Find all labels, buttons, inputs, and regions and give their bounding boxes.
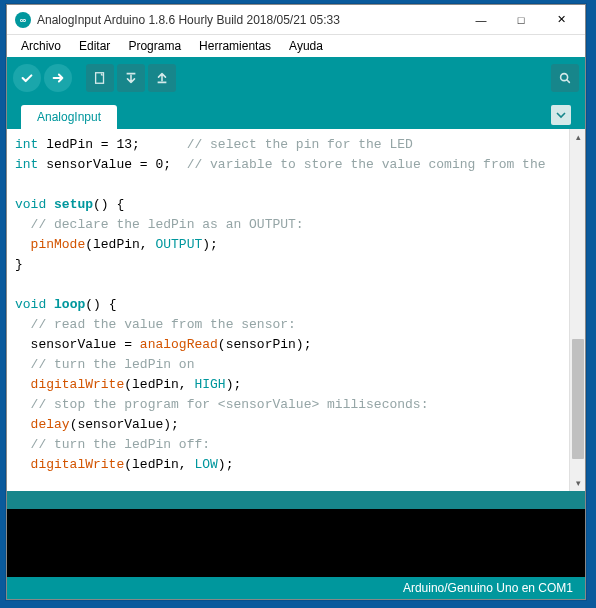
arduino-ide-window: ∞ AnalogInput Arduino 1.8.6 Hourly Build…: [6, 4, 586, 600]
code-editor[interactable]: int ledPin = 13; // select the pin for t…: [7, 129, 569, 491]
menubar: Archivo Editar Programa Herramientas Ayu…: [7, 35, 585, 57]
minimize-button[interactable]: ―: [461, 6, 501, 34]
menu-sketch[interactable]: Programa: [120, 38, 189, 54]
menu-tools[interactable]: Herramientas: [191, 38, 279, 54]
tab-analoginput[interactable]: AnalogInput: [21, 105, 117, 129]
console-output[interactable]: [7, 509, 585, 577]
scroll-thumb[interactable]: [572, 339, 584, 459]
save-button[interactable]: [148, 64, 176, 92]
open-button[interactable]: [117, 64, 145, 92]
menu-file[interactable]: Archivo: [13, 38, 69, 54]
scroll-up-icon[interactable]: ▴: [570, 129, 585, 145]
verify-button[interactable]: [13, 64, 41, 92]
window-title: AnalogInput Arduino 1.8.6 Hourly Build 2…: [37, 13, 461, 27]
scroll-down-icon[interactable]: ▾: [570, 475, 585, 491]
toolbar: [7, 57, 585, 99]
tabbar: AnalogInput: [7, 99, 585, 129]
editor-area: int ledPin = 13; // select the pin for t…: [7, 129, 585, 491]
tab-menu-button[interactable]: [551, 105, 571, 125]
svg-rect-1: [127, 73, 136, 75]
window-controls: ― □ ✕: [461, 6, 581, 34]
new-button[interactable]: [86, 64, 114, 92]
status-bar: Arduino/Genuino Uno en COM1: [7, 577, 585, 599]
menu-edit[interactable]: Editar: [71, 38, 118, 54]
arduino-logo-icon: ∞: [15, 12, 31, 28]
upload-button[interactable]: [44, 64, 72, 92]
board-port-label: Arduino/Genuino Uno en COM1: [403, 581, 573, 595]
serial-monitor-button[interactable]: [551, 64, 579, 92]
menu-help[interactable]: Ayuda: [281, 38, 331, 54]
maximize-button[interactable]: □: [501, 6, 541, 34]
close-button[interactable]: ✕: [541, 6, 581, 34]
status-strip: [7, 491, 585, 509]
svg-rect-2: [158, 82, 167, 84]
titlebar: ∞ AnalogInput Arduino 1.8.6 Hourly Build…: [7, 5, 585, 35]
editor-scrollbar[interactable]: ▴ ▾: [569, 129, 585, 491]
